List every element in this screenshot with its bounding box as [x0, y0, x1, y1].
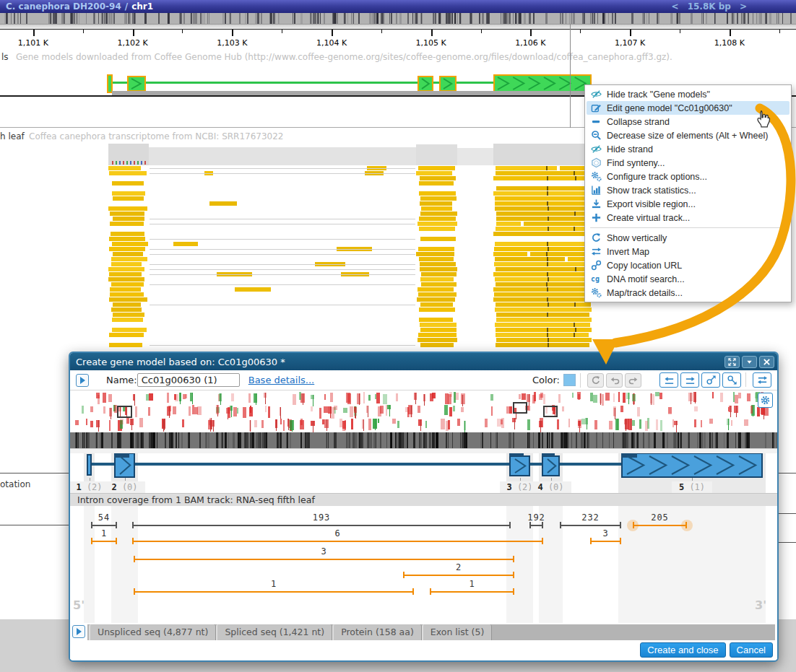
read[interactable]: [493, 191, 589, 196]
cancel-button[interactable]: Cancel: [730, 642, 773, 658]
read[interactable]: [108, 277, 144, 282]
read[interactable]: [111, 232, 144, 236]
caret-down-button[interactable]: [742, 356, 757, 368]
read[interactable]: [496, 302, 591, 307]
read[interactable]: [420, 343, 454, 347]
read[interactable]: [495, 201, 589, 206]
menu-item-decrease-size-of-elements-alt-wh[interactable]: Decrease size of elements (Alt + Wheel): [587, 128, 789, 142]
read[interactable]: [109, 333, 144, 337]
chromosome-overview-density[interactable]: [0, 13, 796, 24]
read[interactable]: [113, 313, 144, 317]
read[interactable]: [494, 247, 589, 251]
read[interactable]: [111, 307, 142, 312]
exon-5[interactable]: [621, 453, 763, 478]
read[interactable]: [421, 282, 457, 287]
maximize-button[interactable]: [724, 356, 740, 368]
zoom-next-button[interactable]: >: [740, 1, 747, 12]
flip-down-button[interactable]: [722, 372, 741, 388]
read[interactable]: [418, 333, 457, 337]
read[interactable]: [110, 211, 144, 216]
read[interactable]: [109, 343, 142, 347]
read[interactable]: [496, 217, 589, 221]
gene-exon[interactable]: [127, 76, 146, 92]
tab-exon-list-5[interactable]: Exon list (5): [422, 624, 493, 640]
read[interactable]: [209, 201, 237, 206]
read[interactable]: [235, 287, 271, 292]
read[interactable]: [111, 282, 144, 287]
read[interactable]: [419, 191, 456, 196]
read[interactable]: [419, 217, 456, 221]
read[interactable]: [495, 323, 590, 327]
read[interactable]: [112, 242, 148, 246]
read[interactable]: [495, 206, 590, 211]
read[interactable]: [109, 171, 147, 175]
read[interactable]: [493, 272, 589, 276]
read[interactable]: [496, 282, 590, 287]
read[interactable]: [494, 292, 592, 297]
menu-item-export-visible-region[interactable]: Export visible region...: [587, 197, 789, 211]
read[interactable]: [113, 217, 144, 221]
read[interactable]: [113, 302, 141, 307]
read[interactable]: [420, 323, 457, 327]
read[interactable]: [420, 237, 456, 241]
read[interactable]: [420, 211, 457, 216]
read[interactable]: [496, 318, 592, 322]
tab-unspliced-seq-4-877-[interactable]: Unspliced seq (4,877 nt): [89, 624, 216, 640]
menu-item-show-vertically[interactable]: Show vertically: [587, 231, 789, 245]
exon-2[interactable]: [114, 453, 135, 478]
expand-sequence-panel-button[interactable]: [72, 625, 85, 638]
selected-codon-box[interactable]: [543, 406, 558, 417]
read[interactable]: [418, 338, 457, 342]
read[interactable]: [416, 252, 454, 256]
tab-protein-158-aa[interactable]: Protein (158 aa): [332, 624, 422, 640]
gene-name-input[interactable]: [137, 373, 240, 387]
flip-up-button[interactable]: [701, 372, 720, 388]
extend-right-button[interactable]: [680, 372, 699, 388]
read[interactable]: [420, 277, 454, 282]
read[interactable]: [421, 206, 452, 211]
read[interactable]: [495, 196, 592, 201]
read[interactable]: [113, 252, 143, 256]
read[interactable]: [109, 237, 145, 241]
read[interactable]: [418, 222, 457, 226]
read[interactable]: [496, 343, 589, 347]
gene-exon[interactable]: [418, 76, 433, 92]
read[interactable]: [419, 307, 455, 312]
swap-button[interactable]: [753, 372, 771, 388]
read[interactable]: [113, 196, 144, 201]
read[interactable]: [108, 206, 147, 211]
read[interactable]: [419, 227, 455, 231]
read[interactable]: [112, 181, 144, 186]
menu-item-show-track-statistics[interactable]: Show track statistics...: [587, 183, 789, 197]
read[interactable]: [173, 242, 198, 246]
read[interactable]: [418, 247, 454, 251]
read[interactable]: [493, 297, 589, 302]
read[interactable]: [496, 227, 589, 231]
selected-codon-box[interactable]: [117, 406, 132, 418]
track-settings-button[interactable]: [758, 393, 773, 408]
read[interactable]: [495, 277, 589, 282]
read[interactable]: [494, 262, 591, 266]
read[interactable]: [110, 292, 144, 297]
read[interactable]: [418, 166, 455, 170]
read[interactable]: [110, 222, 144, 226]
read[interactable]: [420, 267, 457, 271]
intron-coverage-panel[interactable]: 5419319223220516332115'3': [70, 506, 777, 623]
menu-item-dna-motif-search[interactable]: cgDNA motif search...: [587, 272, 789, 286]
read[interactable]: [109, 272, 142, 276]
read[interactable]: [112, 191, 145, 196]
read[interactable]: [108, 166, 141, 170]
read[interactable]: [416, 171, 452, 175]
read[interactable]: [417, 297, 455, 302]
read[interactable]: [419, 318, 453, 322]
read[interactable]: [420, 328, 457, 332]
read[interactable]: [111, 262, 142, 266]
read[interactable]: [493, 252, 527, 256]
exon-4[interactable]: [542, 455, 560, 476]
read[interactable]: [420, 201, 452, 206]
expand-name-panel-button[interactable]: [76, 374, 89, 387]
read[interactable]: [420, 196, 457, 201]
overview-scrollbar-strip[interactable]: [0, 24, 796, 29]
read[interactable]: [496, 313, 589, 317]
read[interactable]: [496, 338, 592, 342]
